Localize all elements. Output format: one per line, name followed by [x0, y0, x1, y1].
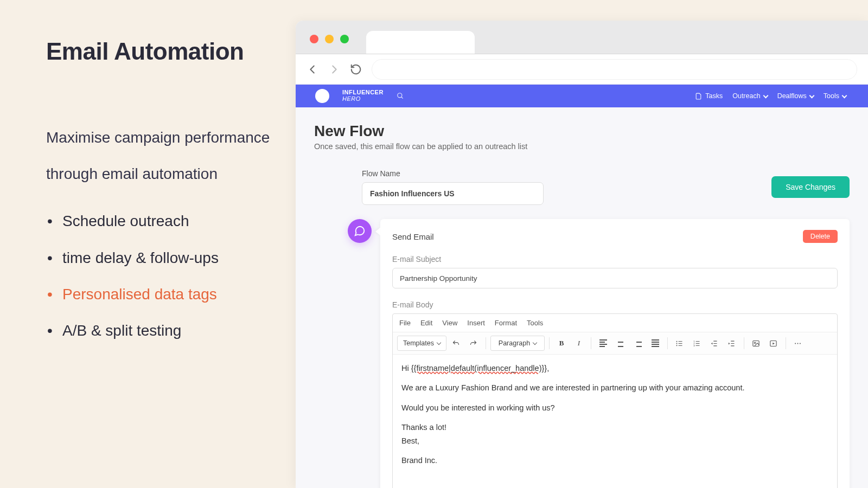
email-body-editor: File Edit View Insert Format Tools T: [392, 313, 838, 488]
templates-dropdown[interactable]: Templates: [397, 336, 446, 351]
window-close-icon[interactable]: [310, 35, 318, 43]
svg-point-23: [795, 343, 796, 344]
browser-tab[interactable]: [366, 31, 475, 54]
undo-icon[interactable]: [449, 336, 464, 351]
marketing-subtitle: Maximise campaign performance through em…: [46, 119, 274, 192]
nav-dealflows[interactable]: Dealflows: [777, 92, 814, 100]
menu-tools[interactable]: Tools: [527, 319, 543, 327]
insert-image-icon[interactable]: [749, 336, 764, 351]
address-bar[interactable]: [372, 59, 857, 80]
align-center-icon[interactable]: [613, 336, 628, 351]
feature-bullet-list: Schedule outreach time delay & follow-up…: [46, 203, 274, 349]
page-title: New Flow: [314, 123, 850, 140]
svg-point-24: [797, 343, 799, 344]
svg-point-2: [676, 341, 678, 342]
svg-point-0: [398, 93, 402, 98]
nav-tasks[interactable]: Tasks: [695, 92, 723, 100]
window-maximize-icon[interactable]: [340, 35, 349, 43]
send-email-step-icon[interactable]: [348, 219, 372, 243]
svg-point-4: [676, 345, 678, 346]
align-justify-icon[interactable]: [648, 336, 663, 351]
mock-browser: INFLUENCER HERO Tasks Outreach Dealflows…: [296, 21, 868, 488]
menu-format[interactable]: Format: [495, 319, 517, 327]
indent-icon[interactable]: [724, 336, 739, 351]
send-email-card: Send Email Delete E-mail Subject E-mail …: [380, 219, 850, 488]
brand-logo-icon: [315, 89, 329, 103]
align-left-icon[interactable]: [596, 336, 611, 351]
more-icon[interactable]: [790, 336, 806, 351]
chevron-down-icon: [533, 341, 537, 345]
bullet-delay: time delay & follow-ups: [62, 240, 274, 276]
editor-menubar: File Edit View Insert Format Tools: [393, 314, 837, 332]
outdent-icon[interactable]: [707, 336, 722, 351]
chevron-down-icon: [842, 93, 847, 98]
page-subtitle: Once saved, this email flow can be appli…: [314, 142, 850, 151]
svg-point-3: [676, 343, 678, 344]
app-header: INFLUENCER HERO Tasks Outreach Dealflows…: [296, 85, 868, 107]
nav-outreach[interactable]: Outreach: [732, 92, 767, 100]
svg-line-1: [401, 97, 403, 99]
insert-media-icon[interactable]: [766, 336, 781, 351]
bold-button[interactable]: B: [554, 336, 569, 351]
step-pointer-icon: [375, 228, 380, 235]
search-icon[interactable]: [397, 92, 404, 100]
save-changes-button[interactable]: Save Changes: [771, 176, 850, 198]
italic-button[interactable]: I: [571, 336, 586, 351]
menu-file[interactable]: File: [399, 319, 411, 327]
svg-rect-20: [753, 341, 759, 346]
redo-icon[interactable]: [466, 336, 481, 351]
chevron-down-icon: [437, 341, 441, 345]
window-chrome: [296, 21, 868, 54]
subject-label: E-mail Subject: [392, 255, 838, 264]
card-title: Send Email: [392, 232, 434, 241]
flow-name-label: Flow Name: [362, 169, 544, 178]
browser-toolbar: [296, 54, 868, 85]
flow-name-input[interactable]: [362, 182, 544, 205]
bullet-ab: A/B & split testing: [62, 312, 274, 349]
brand-text: INFLUENCER HERO: [342, 89, 384, 102]
nav-tools[interactable]: Tools: [824, 92, 846, 100]
email-body-content[interactable]: Hi {{firstname|default(influencer_handle…: [393, 355, 837, 488]
svg-point-21: [755, 342, 756, 344]
bullet-list-icon[interactable]: [672, 336, 687, 351]
chevron-down-icon: [809, 93, 814, 98]
forward-icon[interactable]: [328, 63, 340, 75]
chevron-down-icon: [763, 93, 768, 98]
number-list-icon[interactable]: 123: [690, 336, 705, 351]
svg-point-25: [800, 343, 801, 344]
back-icon[interactable]: [307, 63, 318, 75]
paragraph-dropdown[interactable]: Paragraph: [490, 336, 545, 351]
data-tag-token: {{firstname|default(influencer_handle)}}: [411, 364, 547, 373]
delete-button[interactable]: Delete: [803, 230, 838, 243]
bullet-tags: Personalised data tags: [62, 276, 274, 312]
bullet-schedule: Schedule outreach: [62, 203, 274, 239]
svg-text:3: 3: [694, 344, 695, 346]
menu-view[interactable]: View: [442, 319, 457, 327]
window-minimize-icon[interactable]: [325, 35, 334, 43]
editor-toolbar: Templates Paragraph: [393, 332, 837, 355]
subject-input[interactable]: [392, 268, 838, 288]
menu-insert[interactable]: Insert: [467, 319, 485, 327]
marketing-title: Email Automation: [46, 38, 274, 65]
menu-edit[interactable]: Edit: [420, 319, 432, 327]
body-label: E-mail Body: [392, 300, 838, 309]
reload-icon[interactable]: [350, 63, 362, 75]
align-right-icon[interactable]: [630, 336, 646, 351]
